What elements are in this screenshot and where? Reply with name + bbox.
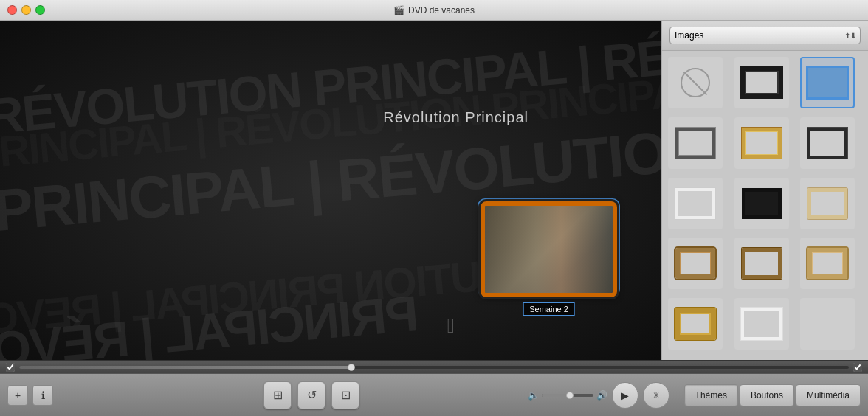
wood-frame-icon [742, 248, 782, 279]
bg-text-2: PRINCIPAL | RÉVOLUTION PRINCIPAL | R [0, 60, 661, 178]
menu-button[interactable]: ⊞ [264, 381, 292, 409]
bottom-tabs: Thèmes Boutons Multimédia [684, 384, 861, 406]
frame-black-thin[interactable] [734, 57, 789, 108]
main-content: RÉVOLUTION PRINCIPAL | RÉVOLUTION PRINCI… [0, 21, 868, 360]
frame-light-wood[interactable] [800, 238, 855, 289]
play-button[interactable]: ▶ [612, 382, 638, 409]
revolution-title: Révolution Principal [383, 109, 528, 126]
progress-start-check[interactable] [6, 363, 15, 372]
frames-panel-header: Images Vidéos Photos ⬆⬇ [662, 21, 868, 51]
minimize-button[interactable] [21, 5, 31, 15]
close-button[interactable] [7, 5, 17, 15]
volume-low-icon: 🔈 [528, 390, 539, 401]
thumbnail-frame [480, 201, 617, 297]
antique-frame-icon [675, 248, 715, 279]
bottom-bar: + ℹ ⊞ ↺ ⊡ 🔈 🔊 ▶ ✳ Thèmes Bo [0, 373, 868, 416]
menu-icon: ⊞ [273, 388, 283, 402]
ornate-thin-frame-icon [675, 128, 715, 159]
fullscreen-button[interactable]: ✳ [643, 382, 669, 409]
frame-darkgray[interactable] [800, 117, 855, 169]
apple-logo:  [447, 314, 455, 338]
frame-none[interactable] [668, 57, 723, 108]
frames-panel: Images Vidéos Photos ⬆⬇ [661, 21, 868, 360]
frame-cream[interactable] [800, 178, 855, 229]
bg-text-1: RÉVOLUTION PRINCIPAL | RÉVOLUTION PRINCI… [0, 21, 661, 145]
thumbnail-label: Semaine 2 [523, 302, 575, 316]
volume-slider[interactable] [542, 394, 593, 397]
no-frame-icon [681, 68, 710, 97]
crop-icon: ⊡ [341, 388, 351, 402]
frame-ornate-thin[interactable] [668, 117, 723, 169]
preview-area: RÉVOLUTION PRINCIPAL | RÉVOLUTION PRINCI… [0, 21, 661, 360]
progress-bar[interactable] [19, 366, 849, 369]
frame-wood[interactable] [734, 238, 789, 289]
frame-simple-white[interactable] [734, 298, 789, 350]
play-icon: ▶ [621, 389, 629, 401]
progress-area [0, 360, 868, 373]
ornate-gold-frame-icon [675, 308, 716, 340]
cream-frame-icon [807, 188, 847, 219]
fullscreen-icon: ✳ [652, 390, 660, 401]
images-dropdown[interactable]: Images Vidéos Photos [669, 27, 861, 44]
progress-end-check[interactable] [853, 363, 862, 372]
frame-blue-selected[interactable] [800, 57, 855, 108]
darkgray-frame-icon [807, 128, 847, 159]
blue-frame-icon [806, 66, 849, 100]
tab-themes[interactable]: Thèmes [684, 384, 738, 406]
maximize-button[interactable] [35, 5, 45, 15]
frame-blackbold[interactable] [734, 178, 789, 229]
info-icon: ℹ [41, 389, 45, 401]
rotate-button[interactable]: ↺ [297, 381, 326, 409]
volume-area: 🔈 🔊 [528, 390, 607, 401]
add-button[interactable]: + [7, 385, 28, 406]
progress-handle[interactable] [348, 364, 355, 371]
left-controls: + ℹ [7, 385, 96, 406]
titlebar: 🎬 DVD de vacanes [0, 0, 868, 21]
light-wood-frame-icon [807, 248, 847, 279]
frame-empty [800, 298, 855, 350]
simple-white-frame-icon [741, 308, 782, 340]
gold-frame-icon [742, 128, 782, 159]
black-thin-frame-icon [740, 66, 783, 99]
thumbnail-image [485, 206, 613, 293]
frame-ornate-gold[interactable] [668, 298, 723, 350]
frames-grid [662, 51, 868, 360]
video-thumbnail[interactable]: Semaine 2 [480, 201, 617, 316]
dvd-icon: 🎬 [393, 5, 404, 15]
frame-gold[interactable] [734, 117, 789, 169]
info-button[interactable]: ℹ [32, 385, 53, 406]
images-dropdown-wrapper[interactable]: Images Vidéos Photos ⬆⬇ [669, 27, 861, 44]
frame-white[interactable] [668, 178, 723, 229]
blackbold-frame-icon [742, 188, 782, 219]
volume-high-icon: 🔊 [596, 390, 607, 401]
frame-antique[interactable] [668, 238, 723, 289]
preview-background: RÉVOLUTION PRINCIPAL | RÉVOLUTION PRINCI… [0, 21, 661, 360]
volume-handle[interactable] [566, 392, 574, 399]
rotate-icon: ↺ [307, 388, 317, 402]
tab-multimedia[interactable]: Multimédia [796, 384, 861, 406]
tab-boutons[interactable]: Boutons [740, 384, 794, 406]
bg-text-5: PRINCIPAL | RÉVO [0, 284, 421, 360]
white-frame-icon [675, 188, 715, 219]
window-controls[interactable] [7, 5, 45, 15]
center-controls: ⊞ ↺ ⊡ [96, 381, 528, 409]
crop-button[interactable]: ⊡ [331, 381, 359, 409]
progress-fill [19, 366, 351, 369]
window-title: 🎬 DVD de vacanes [393, 5, 475, 15]
